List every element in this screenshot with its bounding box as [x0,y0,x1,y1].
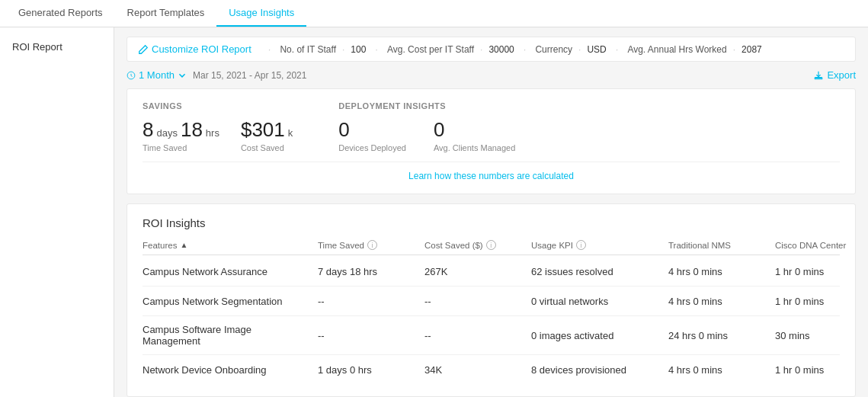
info-usage-kpi-icon[interactable]: i [576,240,586,250]
table-row: Campus Network Segmentation -- -- 0 virt… [143,287,840,316]
deployment-metrics: 0 Devices Deployed 0 Avg. Clients Manage… [338,118,515,152]
main-layout: ROI Report Customize ROI Report · No. of… [0,27,868,397]
calc-link: Learn how these numbers are calculated [143,162,840,181]
param-currency: Currency · USD [535,44,606,55]
param-it-staff: No. of IT Staff · 100 [280,44,366,55]
cell-feature: Network Device Onboarding [143,364,318,376]
roi-insights-card: ROI Insights Features ▲ Time Saved i Cos… [127,203,856,397]
avg-clients-metric: 0 Avg. Clients Managed [434,118,515,152]
devices-deployed-metric: 0 Devices Deployed [338,118,406,152]
cell-cost-saved: 267K [424,266,531,277]
col-cisco-dna: Cisco DNA Center [775,240,868,250]
cell-usage-kpi: 0 virtual networks [531,296,668,307]
tab-bar: Generated Reports Report Templates Usage… [0,0,868,27]
col-usage-kpi: Usage KPI i [531,240,668,250]
tab-report-templates[interactable]: Report Templates [115,0,217,27]
cell-feature: Campus Software Image Management [143,324,318,347]
edit-icon [138,44,149,55]
customize-bar: Customize ROI Report · No. of IT Staff ·… [127,37,856,62]
col-features[interactable]: Features ▲ [143,240,318,250]
export-button[interactable]: Export [813,69,856,81]
sidebar: ROI Report [0,27,114,397]
cell-traditional-nms: 4 hrs 0 mins [668,266,775,277]
tab-usage-insights[interactable]: Usage Insights [216,0,306,27]
cell-usage-kpi: 62 issues resolved [531,266,668,277]
param-cost-per-staff: Avg. Cost per IT Staff · 30000 [387,44,514,55]
col-time-saved: Time Saved i [318,240,424,250]
cell-traditional-nms: 4 hrs 0 mins [668,296,775,307]
table-header: Features ▲ Time Saved i Cost Saved ($) i… [143,240,840,255]
content-area: Customize ROI Report · No. of IT Staff ·… [114,27,868,397]
cell-traditional-nms: 4 hrs 0 mins [668,364,775,376]
savings-section: SAVINGS 8 days 18 hrs Time Saved [143,101,293,152]
cell-cisco-dna: 1 hr 0 mins [775,266,868,277]
cell-cisco-dna: 30 mins [775,330,868,341]
summary-sections: SAVINGS 8 days 18 hrs Time Saved [143,101,840,152]
cell-feature: Campus Network Segmentation [143,296,318,307]
deployment-section: DEPLOYMENT INSIGHTS 0 Devices Deployed 0… [338,101,515,152]
roi-insights-title: ROI Insights [143,216,840,229]
date-left: 1 Month Mar 15, 2021 - Apr 15, 2021 [127,69,306,81]
summary-card: SAVINGS 8 days 18 hrs Time Saved [127,88,856,194]
sort-arrow-icon: ▲ [180,241,187,249]
calc-link-text[interactable]: Learn how these numbers are calculated [408,171,574,181]
date-range: Mar 15, 2021 - Apr 15, 2021 [193,70,306,81]
cell-usage-kpi: 8 devices provisioned [531,364,668,376]
cell-cisco-dna: 1 hr 0 mins [775,364,868,376]
info-cost-saved-icon[interactable]: i [486,240,496,250]
cell-time-saved: -- [318,296,424,307]
cell-time-saved: 1 days 0 hrs [318,364,424,376]
cell-usage-kpi: 0 images activated [531,330,668,341]
info-time-saved-icon[interactable]: i [367,240,377,250]
cell-time-saved: 7 days 18 hrs [318,266,424,277]
table-row: Campus Software Image Management -- -- 0… [143,316,840,355]
cell-cost-saved: -- [424,330,531,341]
cell-cost-saved: -- [424,296,531,307]
export-icon [813,70,824,81]
col-traditional-nms: Traditional NMS [668,240,775,250]
period-selector[interactable]: 1 Month [127,69,187,81]
table-row: Network Device Onboarding 1 days 0 hrs 3… [143,355,840,384]
col-cost-saved: Cost Saved ($) i [424,240,531,250]
savings-metrics: 8 days 18 hrs Time Saved $301 k [143,118,293,152]
cell-time-saved: -- [318,330,424,341]
cell-cost-saved: 34K [424,364,531,376]
cell-feature: Campus Network Assurance [143,266,318,277]
sidebar-item-roi-report[interactable]: ROI Report [0,34,114,60]
tab-generated-reports[interactable]: Generated Reports [6,0,115,27]
customize-roi-link[interactable]: Customize ROI Report [138,43,251,55]
time-saved-metric: 8 days 18 hrs Time Saved [143,118,219,152]
cell-traditional-nms: 24 hrs 0 mins [668,330,775,341]
chevron-down-icon [178,71,187,80]
cost-saved-metric: $301 k Cost Saved [241,118,293,152]
clock-icon [127,71,136,80]
param-annual-hrs: Avg. Annual Hrs Worked · 2087 [627,44,761,55]
cell-cisco-dna: 1 hr 0 mins [775,296,868,307]
table-row: Campus Network Assurance 7 days 18 hrs 2… [143,257,840,287]
date-bar: 1 Month Mar 15, 2021 - Apr 15, 2021 Expo… [127,69,856,81]
